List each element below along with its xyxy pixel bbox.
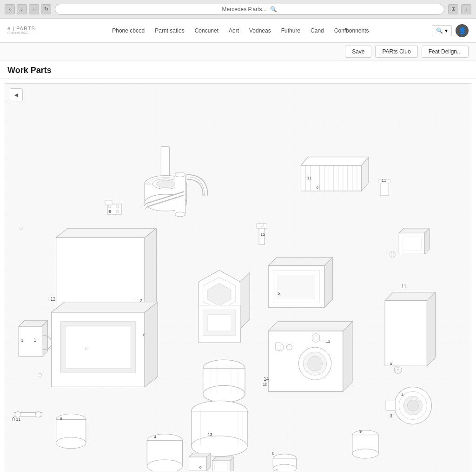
search-icon: 🔍 <box>436 27 443 34</box>
diagram-nav-button[interactable]: ◄ <box>10 88 23 101</box>
main-content: ◄ <box>0 79 476 476</box>
svg-text:12: 12 <box>326 339 331 344</box>
svg-point-99 <box>116 205 119 208</box>
svg-text:6: 6 <box>60 416 62 421</box>
svg-rect-122 <box>403 237 421 251</box>
svg-text:1: 1 <box>21 338 23 343</box>
svg-text:15: 15 <box>84 346 89 350</box>
svg-rect-90 <box>275 343 281 350</box>
svg-point-98 <box>108 205 111 208</box>
diagram-container[interactable]: ◄ <box>5 83 471 471</box>
svg-text:12: 12 <box>51 297 56 302</box>
svg-rect-64 <box>386 401 395 410</box>
svg-point-38 <box>203 385 245 402</box>
part-3-rightbox <box>385 292 435 366</box>
part-bracket-topright <box>399 228 429 254</box>
svg-point-68 <box>352 449 378 458</box>
svg-point-131 <box>38 373 41 377</box>
svg-point-89 <box>286 344 292 350</box>
svg-text:9: 9 <box>359 429 362 434</box>
search-box[interactable]: 🔍 ▾ <box>432 25 452 36</box>
svg-text:11: 11 <box>16 417 20 422</box>
part-5-connector <box>268 257 332 307</box>
part-9-cylinder <box>352 430 378 458</box>
svg-point-130 <box>20 227 22 230</box>
address-bar[interactable]: Mercedes P.arts... 🔍 <box>55 4 444 15</box>
svg-point-63 <box>407 400 418 411</box>
nav-links: Phone cbced Parnt satios Concunet Aort V… <box>49 26 432 36</box>
nav-home-button[interactable]: ⌂ <box>29 4 39 14</box>
svg-rect-23 <box>56 238 145 312</box>
browser-actions: ⊞ ↓ <box>448 4 471 14</box>
svg-point-136 <box>314 336 318 340</box>
parts-club-button[interactable]: PARts Cluo <box>375 46 417 58</box>
part-base-cylinder <box>192 401 247 456</box>
svg-point-82 <box>147 460 182 471</box>
svg-text:2: 2 <box>275 469 278 471</box>
svg-text:13: 13 <box>208 432 212 437</box>
svg-text:o: o <box>199 465 202 469</box>
svg-rect-59 <box>385 301 427 366</box>
svg-text:14: 14 <box>264 377 269 382</box>
svg-text:15: 15 <box>260 232 265 237</box>
nav-link-7[interactable]: Confbonnents <box>333 26 370 36</box>
nav-forward-button[interactable]: › <box>17 4 27 14</box>
svg-text:4: 4 <box>401 392 403 397</box>
svg-point-105 <box>260 223 264 227</box>
svg-text:0: 0 <box>12 417 15 422</box>
nav-link-2[interactable]: Concunet <box>194 26 219 36</box>
svg-text:ol: ol <box>317 185 320 190</box>
part-cylinder-mid <box>203 360 245 402</box>
svg-point-101 <box>116 210 119 213</box>
nav-link-6[interactable]: Cand <box>310 26 325 36</box>
browser-nav-buttons: ‹ › ⌂ ↻ <box>5 4 51 14</box>
svg-rect-51 <box>189 457 207 471</box>
app-container: e | PARTS umbers #&C Phone cbced Parnt s… <box>0 19 476 476</box>
logo-area: e | PARTS umbers #&C <box>7 26 35 35</box>
page-title: Work Parts <box>7 66 469 75</box>
part-ol-top: ol <box>317 185 320 190</box>
svg-rect-97 <box>105 200 112 205</box>
svg-rect-94 <box>278 275 315 298</box>
part-4-small-cyl <box>147 434 182 471</box>
part-7-box: 15 <box>52 302 158 387</box>
nav-link-1[interactable]: Parnt satios <box>154 26 185 36</box>
browser-chrome: ‹ › ⌂ ↻ Mercedes P.arts... 🔍 ⊞ ↓ <box>0 0 476 19</box>
svg-text:11: 11 <box>401 284 407 289</box>
svg-point-78 <box>56 437 86 449</box>
nav-link-5[interactable]: Futhure <box>280 26 301 36</box>
parts-diagram: 11 <box>5 84 471 471</box>
browser-action-1[interactable]: ⊞ <box>448 4 458 14</box>
nav-back-button[interactable]: ‹ <box>5 4 15 14</box>
nav-reload-button[interactable]: ↻ <box>41 4 51 14</box>
part-12-box <box>268 322 352 392</box>
feat-button[interactable]: Feat Delign... <box>422 46 469 58</box>
nav-link-4[interactable]: Vodneas <box>248 26 272 36</box>
browser-action-2[interactable]: ↓ <box>461 4 471 14</box>
svg-point-120 <box>175 212 185 217</box>
nav-right: 🔍 ▾ 👤 <box>432 24 469 37</box>
address-text: Mercedes P.arts... <box>222 6 267 13</box>
svg-text:7: 7 <box>142 332 145 337</box>
part-small-box2 <box>212 457 234 471</box>
svg-text:1k: 1k <box>263 382 267 387</box>
nav-link-3[interactable]: Aort <box>228 26 240 36</box>
save-button[interactable]: Save <box>345 46 371 58</box>
svg-text:4: 4 <box>154 435 156 439</box>
svg-point-128 <box>397 369 399 370</box>
svg-text:11: 11 <box>382 178 386 183</box>
nav-link-0[interactable]: Phone cbced <box>111 26 145 36</box>
page-title-bar: Work Parts <box>0 61 476 79</box>
svg-text:5: 5 <box>278 291 280 296</box>
svg-text:8: 8 <box>109 209 111 214</box>
svg-point-74 <box>35 412 41 417</box>
svg-point-119 <box>175 172 185 177</box>
part-screw-detail <box>390 251 395 257</box>
part-11-heatsink <box>301 157 369 191</box>
svg-text:3: 3 <box>390 413 392 418</box>
logo-sub: umbers #&C <box>7 31 35 35</box>
search-dropdown[interactable]: ▾ <box>445 27 448 34</box>
action-bar: Save PARts Cluo Feat Delign... <box>0 43 476 61</box>
svg-rect-53 <box>215 463 228 471</box>
user-avatar[interactable]: 👤 <box>456 24 469 37</box>
